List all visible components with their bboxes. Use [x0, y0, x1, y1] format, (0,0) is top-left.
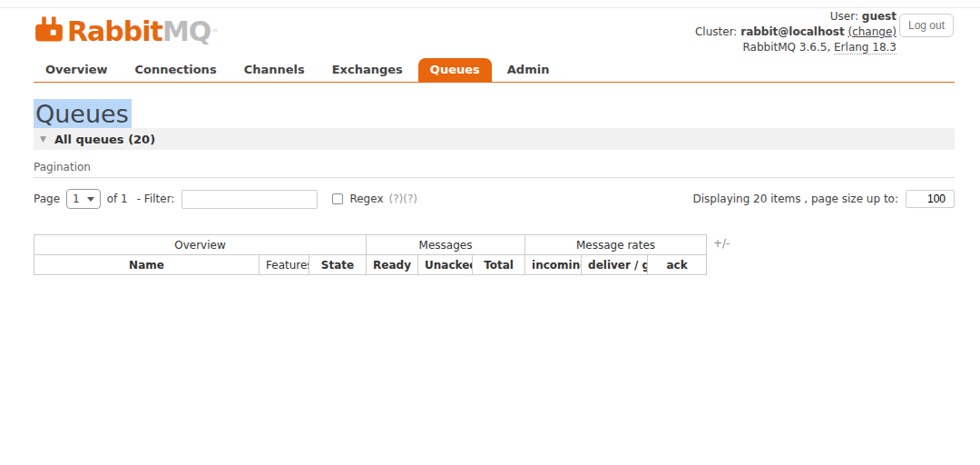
- version-line: RabbitMQ 3.6.5, Erlang 18.3: [695, 40, 897, 55]
- cluster-name: rabbit@localhost: [740, 25, 844, 38]
- column-header-deliver-get[interactable]: deliver / get: [582, 255, 648, 275]
- tab-exchanges[interactable]: Exchanges: [320, 58, 415, 82]
- filter-input[interactable]: [181, 190, 318, 209]
- logout-button[interactable]: Log out: [899, 14, 954, 37]
- user-name: guest: [862, 10, 897, 23]
- column-header-features: Features: [260, 255, 309, 275]
- group-header-row: Overview Messages Message rates: [34, 235, 707, 255]
- group-header-message-rates: Message rates: [525, 235, 707, 255]
- pagination-label: Pagination: [34, 161, 91, 173]
- tab-channels[interactable]: Channels: [232, 58, 317, 82]
- cluster-line: Cluster: rabbit@localhost (change): [695, 25, 897, 40]
- chevron-down-icon: [87, 197, 94, 202]
- page-filter-controls: Page 1 of 1 - Filter: Regex (?)(?): [34, 189, 417, 209]
- page-label: Page: [34, 193, 60, 205]
- displaying-label: Displaying 20 items , page size up to:: [693, 193, 899, 205]
- column-header-state[interactable]: State: [309, 255, 367, 275]
- column-header-total[interactable]: Total: [473, 255, 525, 275]
- page-select[interactable]: 1: [66, 189, 101, 209]
- column-header-ready[interactable]: Ready: [367, 255, 418, 275]
- page-title: Queues: [34, 100, 132, 128]
- rabbitmq-logo: RabbitMQ™: [33, 14, 218, 48]
- regex-label: Regex: [349, 193, 383, 205]
- tab-connections[interactable]: Connections: [123, 58, 229, 82]
- main-nav-tabs: Overview Connections Channels Exchanges …: [34, 58, 955, 83]
- all-queues-section-toggle[interactable]: ▼ All queues (20): [34, 128, 955, 150]
- user-line: User: guest: [695, 9, 897, 25]
- queues-table: Overview Messages Message rates Name Fea…: [34, 234, 707, 275]
- column-header-name[interactable]: Name: [34, 255, 260, 275]
- column-header-ack[interactable]: ack: [648, 255, 707, 275]
- tab-queues[interactable]: Queues: [418, 58, 492, 82]
- help-icons[interactable]: (?)(?): [389, 193, 417, 205]
- column-header-row: Name Features State Ready Unacked Total …: [34, 255, 707, 275]
- tab-overview[interactable]: Overview: [34, 58, 120, 82]
- pagination-divider: [34, 177, 955, 178]
- tab-admin[interactable]: Admin: [495, 58, 562, 82]
- logo-wordmark: RabbitMQ™: [67, 15, 218, 47]
- page-size-input[interactable]: [906, 190, 955, 208]
- group-header-overview: Overview: [34, 235, 367, 255]
- change-cluster-link[interactable]: (change): [848, 25, 897, 38]
- session-info: User: guest Cluster: rabbit@localhost (c…: [695, 9, 897, 55]
- column-header-incoming[interactable]: incoming: [525, 255, 582, 275]
- regex-checkbox[interactable]: [332, 193, 343, 204]
- rabbit-icon: [33, 14, 67, 48]
- pagination-controls: Page 1 of 1 - Filter: Regex (?)(?) Displ…: [34, 185, 955, 213]
- group-header-messages: Messages: [367, 235, 525, 255]
- top-divider: [0, 0, 980, 8]
- column-toggle-control[interactable]: +/-: [713, 237, 730, 250]
- section-title: All queues (20): [54, 133, 155, 146]
- queues-table-header: Overview Messages Message rates Name Fea…: [34, 235, 707, 275]
- collapse-arrow-icon: ▼: [40, 134, 46, 143]
- page-size-controls: Displaying 20 items , page size up to:: [693, 190, 956, 208]
- page-count-label: of 1: [107, 193, 128, 205]
- page-select-value: 1: [73, 193, 80, 205]
- column-header-unacked[interactable]: Unacked: [418, 255, 473, 275]
- erlang-version-link[interactable]: Erlang 18.3: [834, 41, 897, 54]
- filter-label: - Filter:: [137, 193, 175, 205]
- rabbitmq-management-page: RabbitMQ™ User: guest Cluster: rabbit@lo…: [0, 0, 980, 465]
